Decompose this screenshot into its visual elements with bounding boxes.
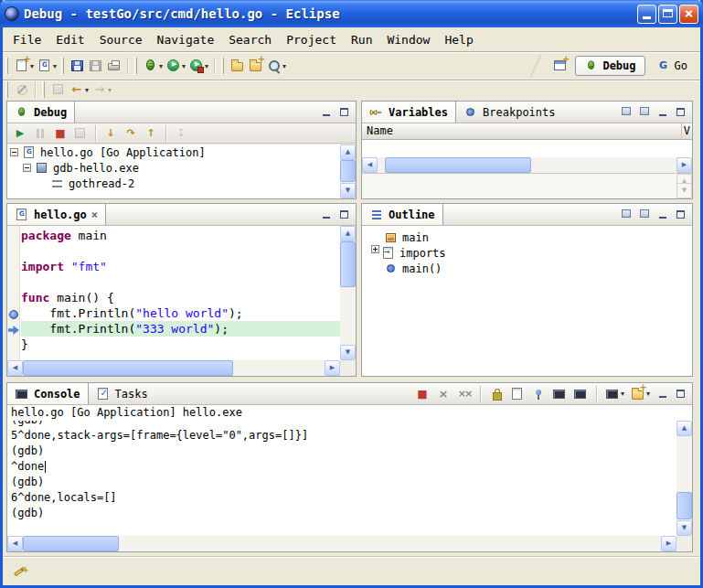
variables-list[interactable] bbox=[362, 140, 692, 157]
show-stdout-button[interactable] bbox=[550, 383, 569, 405]
name-column-header[interactable]: Name bbox=[362, 124, 393, 137]
outline-item-imports[interactable]: imports bbox=[362, 245, 692, 261]
open-console-button[interactable]: + bbox=[629, 383, 652, 405]
maximize-view-button[interactable] bbox=[673, 208, 688, 221]
code-area[interactable]: package main import "fmt" func main() { … bbox=[21, 226, 340, 360]
menu-project[interactable]: Project bbox=[279, 30, 344, 49]
show-stderr-button[interactable] bbox=[571, 383, 590, 405]
menu-source[interactable]: Source bbox=[92, 30, 150, 49]
scroll-thumb[interactable] bbox=[23, 360, 233, 376]
collapse-expander-icon[interactable] bbox=[23, 164, 31, 172]
maximize-view-button[interactable] bbox=[673, 105, 688, 119]
menu-file[interactable]: File bbox=[5, 30, 48, 49]
menu-help[interactable]: Help bbox=[437, 30, 480, 49]
new-wizard-button[interactable]: + bbox=[13, 55, 36, 77]
terminate-button[interactable] bbox=[413, 383, 431, 405]
minimize-view-button[interactable] bbox=[655, 387, 670, 401]
console-body[interactable]: hello.go [Go Application] hello.exe (gdb… bbox=[7, 405, 692, 536]
open-go-element-button[interactable] bbox=[229, 55, 247, 77]
disconnect-button[interactable] bbox=[71, 123, 90, 144]
display-selected-console-button[interactable] bbox=[603, 383, 626, 405]
open-perspective-button[interactable]: + bbox=[551, 55, 570, 77]
tab-debug[interactable]: Debug bbox=[7, 102, 75, 123]
print-button[interactable] bbox=[105, 55, 123, 77]
new-go-element-button[interactable] bbox=[36, 55, 59, 77]
remove-launch-button[interactable] bbox=[434, 383, 453, 405]
maximize-view-button[interactable] bbox=[673, 387, 688, 401]
menu-run[interactable]: Run bbox=[344, 30, 379, 49]
collapse-all-button[interactable] bbox=[636, 105, 652, 119]
scroll-thumb[interactable] bbox=[23, 536, 119, 551]
close-button[interactable] bbox=[679, 5, 698, 24]
editor-vscrollbar[interactable] bbox=[340, 226, 356, 360]
remove-all-terminated-button[interactable] bbox=[455, 383, 474, 405]
scroll-right-button[interactable] bbox=[676, 157, 692, 173]
breakpoint-icon[interactable] bbox=[9, 310, 18, 319]
editor-body[interactable]: package main import "fmt" func main() { … bbox=[7, 226, 340, 360]
last-edit-location-button[interactable] bbox=[49, 79, 68, 101]
variables-column-header[interactable]: Name V bbox=[362, 123, 692, 140]
step-return-button[interactable] bbox=[142, 123, 160, 144]
scroll-left-button[interactable] bbox=[7, 536, 23, 551]
expand-expander-icon[interactable] bbox=[371, 245, 379, 253]
skip-all-breakpoints-button[interactable] bbox=[13, 79, 31, 101]
collapse-expander-icon[interactable] bbox=[10, 148, 18, 156]
open-resource-button[interactable]: + bbox=[247, 55, 265, 77]
drop-to-frame-button[interactable] bbox=[172, 123, 190, 144]
tab-tasks[interactable]: Tasks bbox=[89, 383, 155, 404]
tab-hello-go[interactable]: hello.go bbox=[7, 204, 106, 225]
scroll-left-button[interactable] bbox=[362, 157, 378, 173]
scroll-up-button[interactable] bbox=[676, 421, 692, 436]
clear-console-button[interactable] bbox=[508, 383, 527, 405]
debug-tree-row[interactable]: hello.go [Go Application] bbox=[7, 144, 340, 160]
scroll-left-button[interactable] bbox=[7, 360, 23, 376]
scroll-down-button[interactable] bbox=[340, 345, 356, 360]
pin-console-button[interactable] bbox=[529, 383, 548, 405]
step-over-button[interactable] bbox=[122, 123, 140, 144]
minimize-button[interactable] bbox=[637, 5, 656, 24]
menu-search[interactable]: Search bbox=[221, 30, 279, 49]
collapse-all-button[interactable] bbox=[618, 208, 634, 221]
scroll-up-button[interactable] bbox=[340, 226, 356, 241]
step-into-button[interactable] bbox=[101, 123, 120, 144]
sort-button[interactable] bbox=[636, 208, 652, 221]
scroll-thumb[interactable] bbox=[676, 492, 692, 519]
menu-edit[interactable]: Edit bbox=[48, 30, 91, 49]
scroll-down-button[interactable] bbox=[676, 520, 692, 536]
value-column-header[interactable]: V bbox=[681, 123, 692, 139]
variables-detail-pane[interactable] bbox=[362, 173, 692, 198]
back-history-button[interactable] bbox=[68, 79, 91, 101]
tab-breakpoints[interactable]: Breakpoints bbox=[456, 102, 562, 123]
search-button[interactable] bbox=[265, 55, 288, 77]
console-vscrollbar[interactable] bbox=[676, 421, 692, 536]
outline-item-main[interactable]: main bbox=[362, 230, 692, 245]
forward-history-button[interactable] bbox=[91, 79, 113, 101]
console-output[interactable]: (gdb) 5^done,stack-args=[frame={level="0… bbox=[7, 421, 676, 536]
menu-navigate[interactable]: Navigate bbox=[150, 30, 222, 49]
menu-window[interactable]: Window bbox=[379, 30, 437, 49]
tab-variables[interactable]: Variables bbox=[362, 102, 456, 123]
maximize-view-button[interactable] bbox=[336, 208, 352, 221]
tab-console[interactable]: Console bbox=[7, 383, 89, 404]
close-tab-icon[interactable] bbox=[91, 208, 98, 221]
resume-button[interactable] bbox=[11, 123, 29, 144]
maximize-view-button[interactable] bbox=[336, 105, 352, 119]
run-dropdown-button[interactable] bbox=[165, 55, 187, 77]
perspective-go-button[interactable]: G Go bbox=[651, 57, 693, 75]
perspective-debug-button[interactable]: Debug bbox=[575, 56, 644, 76]
scroll-thumb[interactable] bbox=[340, 160, 356, 182]
variables-hscrollbar[interactable] bbox=[362, 157, 692, 173]
scroll-right-button[interactable] bbox=[661, 536, 676, 551]
minimize-view-button[interactable] bbox=[655, 208, 670, 221]
scroll-lock-button[interactable] bbox=[487, 383, 506, 405]
minimize-view-button[interactable] bbox=[655, 105, 670, 119]
scroll-up-button[interactable] bbox=[340, 144, 356, 160]
save-all-button[interactable] bbox=[87, 55, 105, 77]
scroll-thumb[interactable] bbox=[385, 157, 531, 173]
scroll-thumb[interactable] bbox=[340, 241, 356, 287]
save-button[interactable] bbox=[69, 55, 87, 77]
debug-tree-row[interactable]: gothread-2 bbox=[7, 176, 340, 191]
tab-outline[interactable]: Outline bbox=[362, 204, 443, 225]
console-hscrollbar[interactable] bbox=[7, 536, 676, 551]
debug-tree-row[interactable]: gdb-hello.exe bbox=[7, 160, 340, 176]
